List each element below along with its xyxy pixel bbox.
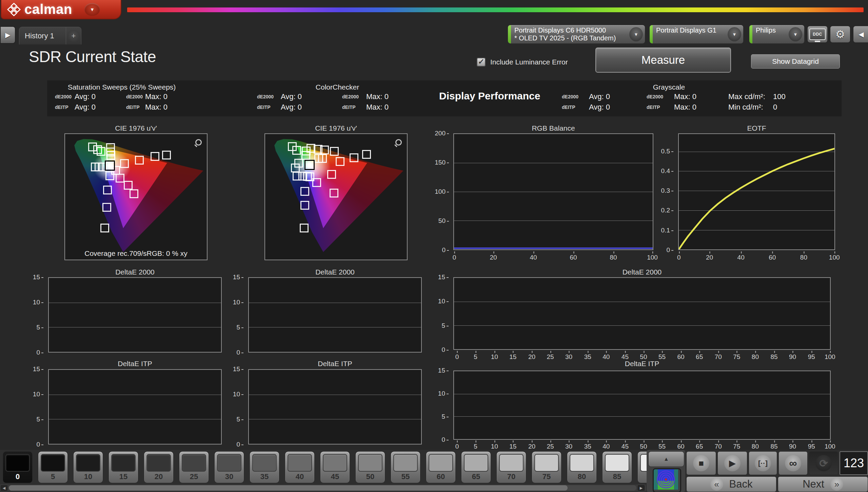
meter-dropdown-arrow[interactable]: ▼ (629, 27, 643, 41)
settings-button[interactable]: ⚙ (830, 25, 851, 43)
zoom-chart-icon[interactable] (394, 139, 402, 147)
eotf-yaxis: 0.50.40.30.20.10 (654, 133, 676, 250)
pattern-step-button[interactable]: 45 (320, 451, 350, 483)
grayscale-stats: dE2000Avg: 0 dE2000Max: 0 Max cd/m²:100 … (562, 92, 800, 112)
de2000-a-title: DeltaE 2000 (48, 268, 222, 276)
ddc-icon: DDC (809, 29, 826, 40)
step-swatch (146, 454, 171, 472)
saturation-sweeps-stats: dE2000Avg: 0 dE2000Max: 0 dEITPAvg: 0 dE… (55, 92, 196, 112)
loop-range-button[interactable]: [··] (749, 451, 777, 475)
device-connected-indicator (749, 25, 752, 43)
rgb-balance-plot (453, 133, 653, 250)
step-swatch (41, 454, 65, 472)
de2000-wide-title: DeltaE 2000 (453, 268, 831, 276)
color-target-marker (318, 154, 327, 163)
chevron-down-icon: ▼ (732, 32, 737, 37)
pattern-step-button[interactable]: 25 (179, 451, 209, 483)
tab-history-label: History 1 (19, 32, 66, 40)
pattern-step-button[interactable]: 10 (73, 451, 103, 483)
calman-menu-button[interactable]: calman ▼ (1, 0, 121, 19)
loop-range-icon: [··] (758, 459, 768, 467)
device-dropdown[interactable]: Philips ▼ (749, 25, 805, 44)
pattern-step-button[interactable]: 85 (602, 451, 632, 483)
pattern-step-button[interactable]: 40 (285, 451, 315, 483)
pattern-step-button[interactable]: 80 (567, 451, 597, 483)
gear-icon: ⚙ (835, 28, 845, 41)
back-button[interactable]: « Back (686, 476, 776, 492)
pattern-step-button[interactable]: 35 (250, 451, 279, 483)
color-target-marker (103, 186, 112, 194)
step-swatch (76, 454, 100, 472)
zoom-chart-icon[interactable] (194, 139, 202, 147)
step-label: 45 (320, 472, 350, 481)
step-swatch (499, 454, 524, 472)
rgb-balance-xaxis: 020406080100 (453, 252, 653, 262)
deitp-wide-title: DeltaE ITP (453, 360, 831, 368)
color-target-marker (300, 224, 309, 232)
step-label: 55 (391, 472, 420, 481)
pattern-window-thumbnail[interactable] (653, 468, 681, 492)
main-menu-chevron[interactable]: ▼ (84, 3, 100, 16)
pattern-step-button[interactable]: 75 (532, 451, 561, 483)
refresh-button[interactable]: ⟳ (809, 451, 838, 475)
scroll-right-button[interactable]: ▶ (637, 485, 645, 491)
meter-dropdown[interactable]: Portrait Displays C6 HDR5000 * OLED TV 2… (508, 25, 645, 44)
saturation-sweeps-title: Saturation Sweeps (25% Sweeps) (47, 83, 196, 91)
pattern-scrollbar[interactable]: ◀ ▶ (0, 485, 646, 491)
stop-button[interactable]: ■ (686, 451, 716, 475)
white-point-marker (105, 160, 115, 171)
color-target-marker (292, 146, 301, 155)
pattern-step-button[interactable]: 50 (355, 451, 385, 483)
show-datagrid-button[interactable]: Show Datagrid (751, 54, 840, 69)
tab-history[interactable]: History 1 + (19, 27, 81, 44)
source-dropdown-arrow[interactable]: ▼ (728, 27, 741, 41)
step-swatch (5, 454, 30, 472)
next-button[interactable]: Next » (778, 476, 868, 492)
nav-forward-button[interactable]: ▶ (0, 26, 16, 44)
measure-button[interactable]: Measure (595, 48, 731, 73)
back-chevrons-icon: « (710, 478, 723, 491)
ddc-button[interactable]: DDC (807, 25, 828, 43)
color-target-marker (330, 147, 339, 156)
de2000-a-yaxis: 151050 (27, 277, 46, 353)
check-icon: ✓ (477, 57, 485, 66)
deitp-wide-yaxis: 151050 (432, 371, 451, 440)
pattern-step-button[interactable]: 5 (38, 451, 68, 483)
device-dropdown-arrow[interactable]: ▼ (789, 27, 802, 41)
step-swatch (358, 454, 382, 472)
deitp-a-title: DeltaE ITP (48, 360, 222, 368)
color-target-marker (320, 146, 329, 154)
source-connected-indicator (650, 25, 653, 43)
scroll-left-button[interactable]: ◀ (0, 485, 8, 491)
color-target-marker (97, 147, 105, 156)
source-dropdown[interactable]: Portrait Displays G1 ▼ (649, 25, 744, 44)
expand-pattern-panel-button[interactable]: ▲ (648, 451, 684, 467)
pattern-step-button[interactable]: 20 (144, 451, 174, 483)
color-target-marker (330, 189, 338, 197)
step-label: 75 (532, 472, 561, 481)
eotf-xaxis: 020406080100 (678, 252, 835, 262)
plus-icon: + (72, 32, 76, 40)
pattern-step-button[interactable]: 60 (426, 451, 456, 483)
pattern-step-button[interactable]: 65 (461, 451, 491, 483)
continuous-measure-button[interactable]: ∞ (778, 451, 808, 475)
step-swatch (570, 454, 594, 472)
add-tab-button[interactable]: + (66, 29, 81, 43)
next-chevrons-icon: » (830, 478, 843, 491)
step-swatch (393, 454, 418, 472)
color-target-marker (100, 224, 109, 232)
include-luminance-checkbox[interactable]: ✓ (477, 58, 486, 67)
collapse-panel-button[interactable]: ◀ (853, 25, 868, 43)
summary-stats-band: Saturation Sweeps (25% Sweeps) dE2000Avg… (47, 80, 842, 116)
pattern-step-button[interactable]: 0 (3, 451, 33, 483)
color-target-marker (102, 203, 111, 212)
pattern-step-button[interactable]: 55 (391, 451, 420, 483)
scrollbar-thumb[interactable] (9, 485, 568, 491)
cie-chart-1: Coverage rec.709/sRGB: 0 % xy (64, 133, 208, 260)
display-performance-title: Display Performance (439, 90, 540, 102)
pattern-step-button[interactable]: 70 (496, 451, 526, 483)
pattern-step-button[interactable]: 15 (108, 451, 138, 483)
color-target-marker (135, 156, 144, 165)
pattern-step-button[interactable]: 30 (214, 451, 244, 483)
play-button[interactable]: ▶ (717, 451, 747, 475)
